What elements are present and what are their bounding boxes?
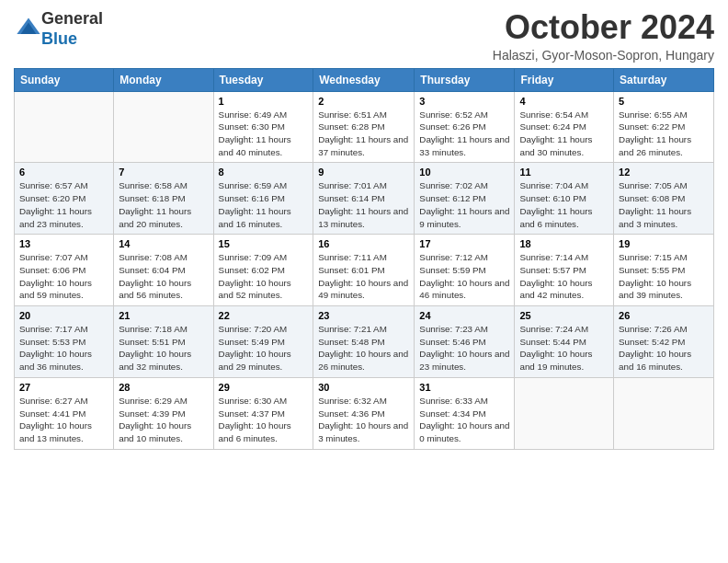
cell-inner: 9Sunrise: 7:01 AM Sunset: 6:14 PM Daylig… [318,167,409,230]
day-number: 19 [619,238,709,249]
cell-inner: 7Sunrise: 6:58 AM Sunset: 6:18 PM Daylig… [119,167,208,230]
calendar-cell: 9Sunrise: 7:01 AM Sunset: 6:14 PM Daylig… [313,163,415,235]
logo-icon [16,15,41,40]
calendar-cell [15,91,114,163]
day-info: Sunrise: 7:02 AM Sunset: 6:12 PM Dayligh… [419,179,509,230]
day-info: Sunrise: 7:24 AM Sunset: 5:44 PM Dayligh… [519,323,609,373]
cell-inner: 11Sunrise: 7:04 AM Sunset: 6:10 PM Dayli… [519,167,609,230]
day-of-week-header: Monday [114,68,213,91]
calendar-cell: 13Sunrise: 7:07 AM Sunset: 6:06 PM Dayli… [15,235,114,306]
calendar-cell: 5Sunrise: 6:55 AM Sunset: 6:22 PM Daylig… [614,91,714,163]
cell-inner: 18Sunrise: 7:14 AM Sunset: 5:57 PM Dayli… [519,238,609,302]
calendar-cell [614,377,714,449]
calendar-cell: 15Sunrise: 7:09 AM Sunset: 6:02 PM Dayli… [213,235,313,306]
header: General Blue October 2024 Halaszi, Gyor-… [14,9,714,63]
day-of-week-header: Sunday [15,68,114,91]
day-number: 31 [419,382,509,393]
day-info: Sunrise: 6:51 AM Sunset: 6:28 PM Dayligh… [318,109,409,159]
day-number: 30 [318,382,409,393]
day-info: Sunrise: 7:18 AM Sunset: 5:51 PM Dayligh… [119,323,208,373]
cell-inner: 17Sunrise: 7:12 AM Sunset: 5:59 PM Dayli… [419,238,509,302]
calendar-cell: 4Sunrise: 6:54 AM Sunset: 6:24 PM Daylig… [515,91,614,163]
cell-inner: 25Sunrise: 7:24 AM Sunset: 5:44 PM Dayli… [519,310,609,373]
day-of-week-header: Friday [515,68,614,91]
day-number: 12 [619,167,709,178]
calendar-cell: 25Sunrise: 7:24 AM Sunset: 5:44 PM Dayli… [515,306,614,378]
day-number: 4 [519,96,609,107]
day-info: Sunrise: 6:55 AM Sunset: 6:22 PM Dayligh… [619,109,709,159]
calendar-table: SundayMondayTuesdayWednesdayThursdayFrid… [14,68,714,450]
day-number: 3 [419,96,509,107]
calendar-cell: 21Sunrise: 7:18 AM Sunset: 5:51 PM Dayli… [114,306,213,378]
calendar-cell: 2Sunrise: 6:51 AM Sunset: 6:28 PM Daylig… [313,91,415,163]
calendar-cell: 6Sunrise: 6:57 AM Sunset: 6:20 PM Daylig… [15,163,114,235]
day-number: 17 [419,238,509,249]
cell-inner: 6Sunrise: 6:57 AM Sunset: 6:20 PM Daylig… [19,167,108,230]
day-info: Sunrise: 7:21 AM Sunset: 5:48 PM Dayligh… [318,323,409,373]
day-info: Sunrise: 6:27 AM Sunset: 4:41 PM Dayligh… [19,395,108,445]
day-number: 1 [219,96,309,107]
day-number: 9 [318,167,409,178]
day-of-week-header: Saturday [614,68,714,91]
calendar-cell [515,377,614,449]
calendar-cell: 18Sunrise: 7:14 AM Sunset: 5:57 PM Dayli… [515,235,614,306]
cell-inner: 3Sunrise: 6:52 AM Sunset: 6:26 PM Daylig… [419,96,509,159]
day-number: 21 [119,310,208,321]
cell-inner: 13Sunrise: 7:07 AM Sunset: 6:06 PM Dayli… [19,238,108,302]
day-number: 22 [219,310,309,321]
cell-inner: 31Sunrise: 6:33 AM Sunset: 4:34 PM Dayli… [419,382,509,445]
day-number: 15 [219,238,309,249]
cell-inner: 5Sunrise: 6:55 AM Sunset: 6:22 PM Daylig… [619,96,709,159]
day-info: Sunrise: 7:08 AM Sunset: 6:04 PM Dayligh… [119,251,208,302]
day-number: 27 [19,382,108,393]
cell-inner: 16Sunrise: 7:11 AM Sunset: 6:01 PM Dayli… [318,238,409,302]
calendar-cell: 19Sunrise: 7:15 AM Sunset: 5:55 PM Dayli… [614,235,714,306]
calendar-week-row: 20Sunrise: 7:17 AM Sunset: 5:53 PM Dayli… [15,306,714,378]
cell-inner: 24Sunrise: 7:23 AM Sunset: 5:46 PM Dayli… [419,310,509,373]
day-info: Sunrise: 6:49 AM Sunset: 6:30 PM Dayligh… [219,109,309,159]
calendar-cell: 20Sunrise: 7:17 AM Sunset: 5:53 PM Dayli… [15,306,114,378]
day-number: 7 [119,167,208,178]
day-number: 23 [318,310,409,321]
day-number: 8 [219,167,309,178]
day-number: 5 [619,96,709,107]
day-info: Sunrise: 7:07 AM Sunset: 6:06 PM Dayligh… [19,251,108,302]
calendar-cell: 24Sunrise: 7:23 AM Sunset: 5:46 PM Dayli… [415,306,515,378]
cell-inner: 19Sunrise: 7:15 AM Sunset: 5:55 PM Dayli… [619,238,709,302]
calendar-cell: 8Sunrise: 6:59 AM Sunset: 6:16 PM Daylig… [213,163,313,235]
calendar-cell: 10Sunrise: 7:02 AM Sunset: 6:12 PM Dayli… [415,163,515,235]
calendar-cell: 29Sunrise: 6:30 AM Sunset: 4:37 PM Dayli… [213,377,313,449]
day-info: Sunrise: 6:30 AM Sunset: 4:37 PM Dayligh… [219,395,309,445]
cell-inner: 22Sunrise: 7:20 AM Sunset: 5:49 PM Dayli… [219,310,309,373]
day-number: 6 [19,167,108,178]
day-number: 10 [419,167,509,178]
calendar-cell: 27Sunrise: 6:27 AM Sunset: 4:41 PM Dayli… [15,377,114,449]
calendar-cell: 11Sunrise: 7:04 AM Sunset: 6:10 PM Dayli… [515,163,614,235]
day-info: Sunrise: 7:12 AM Sunset: 5:59 PM Dayligh… [419,251,509,302]
calendar-cell: 12Sunrise: 7:05 AM Sunset: 6:08 PM Dayli… [614,163,714,235]
cell-inner: 14Sunrise: 7:08 AM Sunset: 6:04 PM Dayli… [119,238,208,302]
cell-inner: 23Sunrise: 7:21 AM Sunset: 5:48 PM Dayli… [318,310,409,373]
day-info: Sunrise: 6:59 AM Sunset: 6:16 PM Dayligh… [219,179,309,230]
logo-general-text: General [41,9,103,28]
calendar-cell: 23Sunrise: 7:21 AM Sunset: 5:48 PM Dayli… [313,306,415,378]
cell-inner: 1Sunrise: 6:49 AM Sunset: 6:30 PM Daylig… [219,96,309,159]
calendar-cell: 14Sunrise: 7:08 AM Sunset: 6:04 PM Dayli… [114,235,213,306]
calendar-cell: 31Sunrise: 6:33 AM Sunset: 4:34 PM Dayli… [415,377,515,449]
calendar-week-row: 6Sunrise: 6:57 AM Sunset: 6:20 PM Daylig… [15,163,714,235]
day-info: Sunrise: 7:15 AM Sunset: 5:55 PM Dayligh… [619,251,709,302]
day-info: Sunrise: 7:09 AM Sunset: 6:02 PM Dayligh… [219,251,309,302]
day-number: 11 [519,167,609,178]
calendar-cell: 30Sunrise: 6:32 AM Sunset: 4:36 PM Dayli… [313,377,415,449]
day-number: 18 [519,238,609,249]
day-info: Sunrise: 6:52 AM Sunset: 6:26 PM Dayligh… [419,109,509,159]
title-block: October 2024 Halaszi, Gyor-Moson-Sopron,… [493,9,714,63]
cell-inner: 8Sunrise: 6:59 AM Sunset: 6:16 PM Daylig… [219,167,309,230]
calendar-cell: 7Sunrise: 6:58 AM Sunset: 6:18 PM Daylig… [114,163,213,235]
day-info: Sunrise: 7:01 AM Sunset: 6:14 PM Dayligh… [318,179,409,230]
day-info: Sunrise: 6:32 AM Sunset: 4:36 PM Dayligh… [318,395,409,445]
day-info: Sunrise: 7:20 AM Sunset: 5:49 PM Dayligh… [219,323,309,373]
day-info: Sunrise: 6:54 AM Sunset: 6:24 PM Dayligh… [519,109,609,159]
day-info: Sunrise: 7:04 AM Sunset: 6:10 PM Dayligh… [519,179,609,230]
day-number: 25 [519,310,609,321]
